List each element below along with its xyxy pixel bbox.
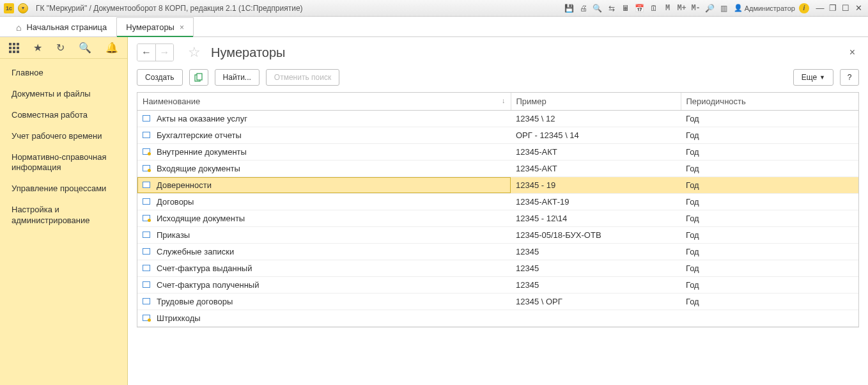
m-button[interactable]: M (662, 3, 674, 14)
sidebar-item[interactable]: Главное (0, 63, 127, 84)
row-type-icon (143, 298, 150, 304)
more-button[interactable]: Еще▼ (793, 69, 833, 86)
sidebar-item[interactable]: Учет рабочего времени (0, 126, 127, 147)
preview-icon[interactable]: 🔍 (592, 3, 603, 14)
row-example: 12345-АКТ (511, 144, 681, 161)
row-period: Год (681, 144, 858, 161)
row-period: Год (681, 127, 858, 144)
row-example: 12345-05/18-БУХ-ОТВ (511, 227, 681, 244)
row-name: Доверенности (157, 180, 212, 190)
row-name: Счет-фактура полученный (157, 280, 259, 290)
calendar-icon[interactable]: 📅 (634, 3, 646, 14)
calculator-icon[interactable]: 🖩 (620, 3, 632, 14)
row-name: Трудовые договоры (157, 297, 233, 306)
row-example: 12345 (511, 260, 681, 277)
tabs-bar: ⌂ Начальная страница Нумераторы × (0, 17, 868, 37)
window-titlebar: 1c ▾ ГК "Меркурий" / Документооборот 8 К… (0, 0, 868, 17)
favorite-star-icon[interactable]: ☆ (188, 44, 201, 61)
row-name: Исходящие документы (157, 214, 245, 223)
compare-icon[interactable]: ⇆ (606, 3, 617, 14)
info-icon[interactable]: i (799, 3, 809, 13)
svg-rect-1 (197, 74, 202, 80)
window-close-button[interactable]: ✕ (853, 3, 864, 13)
history-icon[interactable]: ↻ (56, 42, 65, 54)
window-restore-button[interactable]: ❐ (827, 3, 839, 13)
nav-forward-button[interactable]: → (155, 44, 173, 61)
help-button[interactable]: ? (840, 69, 859, 86)
table-row[interactable]: Счет-фактура полученный12345Год (137, 277, 858, 294)
table-row[interactable]: Счет-фактура выданный12345Год (137, 260, 858, 277)
find-button[interactable]: Найти... (215, 69, 260, 86)
row-example: 12345 (511, 244, 681, 260)
row-example: 12345 \ ОРГ (511, 294, 681, 310)
row-example: 12345 - 12\14 (511, 210, 681, 227)
page-title: Нумераторы (211, 45, 285, 60)
row-type-icon (143, 115, 150, 122)
table-row[interactable]: Приказы12345-05/18-БУХ-ОТВГод (137, 227, 858, 244)
row-example: 12345 - 19 (511, 177, 681, 194)
col-header-name-label: Наименование (143, 97, 200, 106)
table-row[interactable]: Договоры12345-АКТ-19Год (137, 194, 858, 210)
favorites-icon[interactable]: ★ (33, 42, 42, 54)
row-name: Счет-фактура выданный (157, 263, 252, 273)
m-minus-button[interactable]: M- (690, 3, 702, 14)
window-minimize-button[interactable]: — (814, 3, 826, 13)
user-name: Администратор (745, 4, 795, 12)
row-period: Год (681, 294, 858, 310)
chevron-down-icon: ▼ (819, 74, 825, 81)
tab-home-label: Начальная страница (26, 22, 107, 32)
row-example: 12345 (511, 277, 681, 294)
notifications-icon[interactable]: 🔔 (105, 42, 118, 54)
table-row[interactable]: Доверенности12345 - 19Год (137, 177, 858, 194)
toolbar: Создать Найти... Отменить поиск Еще▼ ? (128, 65, 868, 92)
home-icon: ⌂ (16, 22, 21, 33)
col-header-example[interactable]: Пример (511, 93, 681, 111)
table-row[interactable]: Входящие документы12345-АКТГод (137, 161, 858, 177)
row-type-icon (143, 148, 150, 155)
nav-arrows: ← → (137, 43, 174, 61)
table-row[interactable]: Внутренние документы12345-АКТГод (137, 144, 858, 161)
page-close-icon[interactable]: × (849, 47, 859, 58)
row-name: Служебные записки (157, 247, 234, 256)
nav-back-button[interactable]: ← (137, 44, 155, 61)
sections-icon[interactable] (9, 43, 19, 53)
schedule-icon[interactable]: 🗓 (648, 3, 660, 14)
print-icon[interactable]: 🖨 (578, 3, 589, 14)
window-maximize-button[interactable]: ☐ (840, 3, 851, 13)
save-icon[interactable]: 💾 (564, 3, 575, 14)
tab-numerators[interactable]: Нумераторы × (116, 17, 194, 36)
create-button[interactable]: Создать (137, 69, 183, 86)
cancel-search-button[interactable]: Отменить поиск (266, 69, 339, 86)
sidebar-item[interactable]: Нормативно-справочная информация (0, 147, 127, 179)
tab-home[interactable]: ⌂ Начальная страница (6, 17, 116, 36)
sidebar-item[interactable]: Документы и файлы (0, 84, 127, 105)
user-label[interactable]: 👤 Администратор (734, 4, 795, 12)
copy-button[interactable] (189, 69, 208, 86)
table-row[interactable]: Штрихкоды (137, 310, 858, 327)
col-header-name[interactable]: Наименование↓ (137, 93, 511, 111)
sidebar-item[interactable]: Настройка и администрирование (0, 200, 127, 232)
app-menu-icon[interactable]: ▾ (18, 3, 28, 13)
row-period (681, 310, 858, 327)
table-row[interactable]: Бухгалтерские отчетыОРГ - 12345 \ 14Год (137, 127, 858, 144)
row-period: Год (681, 194, 858, 210)
row-name: Бухгалтерские отчеты (157, 130, 242, 140)
panels-icon[interactable]: ▥ (718, 3, 730, 14)
col-header-period[interactable]: Периодичность (681, 93, 858, 111)
copy-icon (194, 73, 203, 82)
row-period: Год (681, 177, 858, 194)
tab-close-icon[interactable]: × (180, 23, 184, 32)
row-period: Год (681, 210, 858, 227)
data-table: Наименование↓ Пример Периодичность Акты … (137, 92, 859, 327)
table-row[interactable]: Служебные записки12345Год (137, 244, 858, 260)
sidebar-item[interactable]: Совместная работа (0, 105, 127, 126)
table-row[interactable]: Исходящие документы12345 - 12\14Год (137, 210, 858, 227)
sidebar-item[interactable]: Управление процессами (0, 178, 127, 200)
m-plus-button[interactable]: M+ (676, 3, 688, 14)
table-row[interactable]: Трудовые договоры12345 \ ОРГГод (137, 294, 858, 310)
search-icon[interactable]: 🔍 (79, 42, 91, 54)
table-row[interactable]: Акты на оказание услуг12345 \ 12Год (137, 111, 858, 127)
zoom-icon[interactable]: 🔎 (704, 3, 716, 14)
row-period: Год (681, 260, 858, 277)
window-title: ГК "Меркурий" / Документооборот 8 КОРП, … (36, 4, 303, 13)
